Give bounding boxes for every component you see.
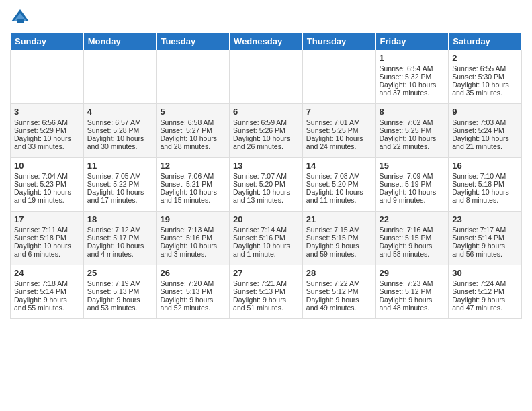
day-info: Sunset: 5:25 PM [380,126,445,134]
page-header [10,7,522,27]
calendar-cell: 10Sunrise: 7:04 AMSunset: 5:23 PMDayligh… [11,158,84,212]
day-number: 15 [380,161,445,171]
day-info: Sunrise: 7:24 AM [452,279,518,287]
calendar-cell: 20Sunrise: 7:14 AMSunset: 5:16 PMDayligh… [230,212,303,265]
day-number: 28 [306,268,372,278]
weekday-header-monday: Monday [83,33,157,50]
day-number: 24 [14,268,80,278]
calendar-cell: 3Sunrise: 6:56 AMSunset: 5:29 PMDaylight… [11,104,84,158]
week-row-4: 17Sunrise: 7:11 AMSunset: 5:18 PMDayligh… [11,212,522,265]
calendar-cell: 13Sunrise: 7:07 AMSunset: 5:20 PMDayligh… [230,158,303,212]
day-info: Daylight: 9 hours and 53 minutes. [87,295,153,312]
day-info: Daylight: 10 hours and 13 minutes. [233,188,299,204]
day-number: 22 [380,214,445,224]
day-info: Daylight: 9 hours and 58 minutes. [380,242,445,258]
day-info: Daylight: 10 hours and 30 minutes. [87,134,153,150]
day-info: Sunset: 5:21 PM [160,180,226,188]
weekday-header-friday: Friday [375,33,449,50]
calendar-cell [83,50,157,104]
calendar-cell: 9Sunrise: 7:03 AMSunset: 5:24 PMDaylight… [449,104,522,158]
day-info: Sunrise: 7:05 AM [87,172,153,180]
logo [10,7,32,27]
calendar-cell: 26Sunrise: 7:20 AMSunset: 5:13 PMDayligh… [157,265,230,319]
day-info: Daylight: 10 hours and 8 minutes. [452,188,518,204]
calendar-cell: 7Sunrise: 7:01 AMSunset: 5:25 PMDaylight… [302,104,375,158]
day-info: Sunset: 5:16 PM [233,234,299,242]
day-number: 8 [380,107,445,117]
day-info: Sunrise: 7:19 AM [87,279,153,287]
day-info: Daylight: 9 hours and 48 minutes. [380,295,445,312]
day-info: Sunrise: 7:23 AM [380,279,445,287]
day-info: Sunrise: 7:13 AM [160,226,226,234]
day-info: Sunrise: 6:56 AM [14,118,80,126]
day-info: Daylight: 10 hours and 35 minutes. [452,81,518,97]
day-info: Sunset: 5:14 PM [452,234,518,242]
calendar-cell [157,50,230,104]
week-row-3: 10Sunrise: 7:04 AMSunset: 5:23 PMDayligh… [11,158,522,212]
day-info: Sunrise: 7:09 AM [380,172,445,180]
day-info: Sunrise: 7:22 AM [306,279,372,287]
calendar-cell: 18Sunrise: 7:12 AMSunset: 5:17 PMDayligh… [83,212,157,265]
day-info: Sunrise: 7:20 AM [160,279,226,287]
day-info: Daylight: 10 hours and 19 minutes. [14,188,80,204]
day-info: Sunrise: 6:59 AM [233,118,299,126]
day-info: Sunset: 5:32 PM [380,73,445,81]
day-info: Sunset: 5:12 PM [306,287,372,295]
day-info: Sunrise: 7:12 AM [87,226,153,234]
day-number: 26 [160,268,226,278]
weekday-header-wednesday: Wednesday [230,33,303,50]
calendar-cell: 25Sunrise: 7:19 AMSunset: 5:13 PMDayligh… [83,265,157,319]
calendar-cell [302,50,375,104]
day-info: Daylight: 10 hours and 22 minutes. [380,134,445,150]
day-number: 7 [306,107,372,117]
day-info: Sunset: 5:29 PM [14,126,80,134]
day-number: 4 [87,107,153,117]
calendar-cell: 30Sunrise: 7:24 AMSunset: 5:12 PMDayligh… [449,265,522,319]
calendar-cell: 19Sunrise: 7:13 AMSunset: 5:16 PMDayligh… [157,212,230,265]
day-info: Sunset: 5:24 PM [452,126,518,134]
day-info: Sunrise: 7:17 AM [452,226,518,234]
day-info: Sunrise: 6:55 AM [452,64,518,73]
day-info: Sunrise: 7:02 AM [380,118,445,126]
day-info: Sunset: 5:20 PM [306,180,372,188]
calendar-cell: 21Sunrise: 7:15 AMSunset: 5:15 PMDayligh… [302,212,375,265]
day-info: Sunset: 5:18 PM [452,180,518,188]
day-info: Sunrise: 7:21 AM [233,279,299,287]
calendar-cell: 6Sunrise: 6:59 AMSunset: 5:26 PMDaylight… [230,104,303,158]
day-info: Sunset: 5:30 PM [452,73,518,81]
day-number: 19 [160,214,226,224]
day-number: 27 [233,268,299,278]
calendar-cell: 24Sunrise: 7:18 AMSunset: 5:14 PMDayligh… [11,265,84,319]
calendar-cell: 27Sunrise: 7:21 AMSunset: 5:13 PMDayligh… [230,265,303,319]
calendar-cell: 11Sunrise: 7:05 AMSunset: 5:22 PMDayligh… [83,158,157,212]
day-info: Daylight: 10 hours and 28 minutes. [160,134,226,150]
day-info: Sunrise: 7:10 AM [452,172,518,180]
day-info: Sunrise: 7:14 AM [233,226,299,234]
calendar-cell: 8Sunrise: 7:02 AMSunset: 5:25 PMDaylight… [375,104,449,158]
day-info: Sunset: 5:15 PM [380,234,445,242]
day-info: Sunset: 5:13 PM [233,287,299,295]
day-number: 29 [380,268,445,278]
week-row-1: 1Sunrise: 6:54 AMSunset: 5:32 PMDaylight… [11,50,522,104]
day-info: Sunset: 5:17 PM [87,234,153,242]
day-info: Daylight: 9 hours and 49 minutes. [306,295,372,312]
day-info: Sunset: 5:12 PM [452,287,518,295]
weekday-header-tuesday: Tuesday [157,33,230,50]
day-info: Sunrise: 7:16 AM [380,226,445,234]
day-info: Sunset: 5:19 PM [380,180,445,188]
day-info: Daylight: 9 hours and 51 minutes. [233,295,299,312]
day-number: 11 [87,161,153,171]
day-info: Sunset: 5:16 PM [160,234,226,242]
weekday-header-saturday: Saturday [449,33,522,50]
day-info: Daylight: 10 hours and 26 minutes. [233,134,299,150]
day-info: Daylight: 10 hours and 9 minutes. [380,188,445,204]
weekday-header-row: SundayMondayTuesdayWednesdayThursdayFrid… [11,33,522,50]
day-number: 5 [160,107,226,117]
day-number: 17 [14,214,80,224]
day-info: Daylight: 10 hours and 24 minutes. [306,134,372,150]
week-row-2: 3Sunrise: 6:56 AMSunset: 5:29 PMDaylight… [11,104,522,158]
calendar-cell: 16Sunrise: 7:10 AMSunset: 5:18 PMDayligh… [449,158,522,212]
day-info: Sunrise: 7:07 AM [233,172,299,180]
day-info: Daylight: 9 hours and 55 minutes. [14,295,80,312]
calendar-cell: 2Sunrise: 6:55 AMSunset: 5:30 PMDaylight… [449,50,522,104]
